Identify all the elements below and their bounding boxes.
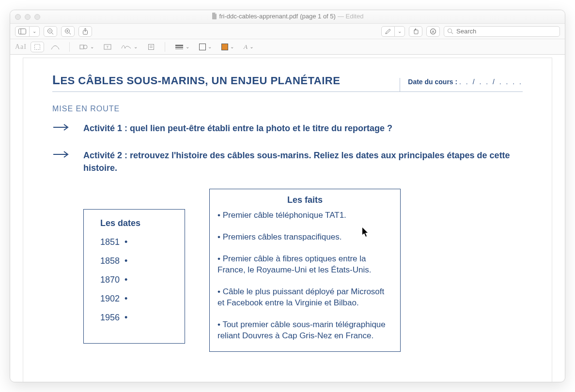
text-style-icon[interactable]: AaI — [15, 43, 27, 51]
sidebar-icon[interactable] — [15, 26, 30, 37]
note-icon[interactable] — [144, 42, 158, 52]
svg-text:T: T — [107, 45, 109, 49]
svg-rect-11 — [414, 30, 418, 34]
course-date: Date du cours : . . / . . / . . . . — [400, 78, 523, 91]
search-icon — [447, 28, 453, 34]
sign-icon[interactable]: ⌄ — [118, 42, 140, 52]
sidebar-toggle[interactable]: ⌄ — [15, 26, 40, 37]
activity-2: Activité 2 : retrouvez l'histoire des câ… — [52, 149, 523, 174]
highlight-button[interactable]: A — [426, 26, 440, 37]
date-row: 1902• — [100, 294, 173, 304]
share-button[interactable] — [78, 26, 92, 37]
border-color-icon[interactable]: ⌄ — [196, 42, 215, 52]
window-title: fri-ddc-cables-apprenant.pdf (page 1 of … — [10, 13, 565, 21]
fact-row: Premiers câbles transpacifiques. — [218, 232, 392, 243]
search-field[interactable] — [444, 26, 560, 37]
matching-boxes: Les dates 1851• 1858• 1870• 1902• 1956• … — [52, 189, 523, 352]
document-icon — [212, 13, 218, 19]
section-label: MISE EN ROUTE — [52, 105, 523, 113]
svg-rect-22 — [149, 44, 154, 49]
search-input[interactable] — [456, 28, 557, 35]
shapes-icon[interactable]: ⌄ — [77, 42, 97, 52]
svg-line-16 — [451, 32, 453, 34]
preview-window: fri-ddc-cables-apprenant.pdf (page 1 of … — [10, 10, 565, 382]
line-style-icon[interactable]: ⌄ — [172, 42, 192, 52]
fill-color-icon[interactable]: ⌄ — [218, 42, 237, 52]
titlebar[interactable]: fri-ddc-cables-apprenant.pdf (page 1 of … — [10, 10, 565, 24]
faits-title: Les faits — [218, 195, 392, 205]
activity-1: Activité 1 : quel lien peut-être établi … — [52, 122, 523, 135]
doc-header: LES CÂBLES SOUS-MARINS, UN ENJEU PLANÉTA… — [52, 73, 523, 92]
main-toolbar: ⌄ ⌄ A — [10, 24, 565, 39]
sketch-icon[interactable] — [48, 42, 62, 52]
rotate-button[interactable] — [409, 26, 422, 37]
markup-toggle[interactable]: ⌄ — [381, 26, 405, 37]
arrow-icon — [52, 149, 72, 174]
textbox-icon[interactable]: T — [101, 42, 114, 52]
svg-text:A: A — [432, 30, 435, 34]
date-row: 1851• — [100, 237, 173, 247]
faits-box: Les faits Premier câble téléphonique TAT… — [209, 189, 401, 352]
pencil-icon[interactable] — [381, 26, 395, 37]
file-name: fri-ddc-cables-apprenant.pdf — [219, 13, 298, 20]
svg-line-6 — [69, 32, 71, 34]
edited-indicator: — Edited — [338, 13, 363, 20]
svg-line-3 — [52, 32, 54, 34]
fact-row: Tout premier câble sous-marin télégraphi… — [218, 319, 392, 342]
markup-drop[interactable]: ⌄ — [394, 26, 405, 37]
page-1: LES CÂBLES SOUS-MARINS, UN ENJEU PLANÉTA… — [23, 58, 552, 382]
zoom-out-button[interactable] — [44, 26, 57, 37]
markup-toolbar: AaI ⌄ T ⌄ ⌄ ⌄ ⌄ — [10, 39, 565, 55]
font-icon[interactable]: A ⌄ — [241, 42, 256, 52]
date-row: 1956• — [100, 313, 173, 323]
sidebar-drop[interactable]: ⌄ — [29, 26, 40, 37]
svg-rect-0 — [19, 29, 26, 34]
svg-point-15 — [448, 29, 452, 33]
dates-title: Les dates — [100, 218, 173, 228]
selection-icon[interactable] — [31, 42, 44, 52]
page-indicator: (page 1 of 5) — [300, 13, 336, 20]
date-row: 1870• — [100, 275, 173, 285]
fact-row: Premier câble téléphonique TAT1. — [218, 210, 392, 221]
document-viewport[interactable]: LES CÂBLES SOUS-MARINS, UN ENJEU PLANÉTA… — [10, 55, 565, 382]
dates-box: Les dates 1851• 1858• 1870• 1902• 1956• — [83, 209, 185, 344]
activity-1-text: Activité 1 : quel lien peut-être établi … — [83, 122, 392, 135]
fact-row: Câble le plus puissant déployé par Micro… — [218, 286, 392, 309]
date-row: 1858• — [100, 256, 173, 266]
page-title: LES CÂBLES SOUS-MARINS, UN ENJEU PLANÉTA… — [52, 73, 340, 91]
activity-2-text: Activité 2 : retrouvez l'histoire des câ… — [83, 149, 523, 174]
arrow-icon — [52, 122, 72, 135]
zoom-in-button[interactable] — [61, 26, 75, 37]
fact-row: Premier câble à fibres optiques entre la… — [218, 254, 392, 276]
svg-rect-17 — [35, 44, 40, 49]
